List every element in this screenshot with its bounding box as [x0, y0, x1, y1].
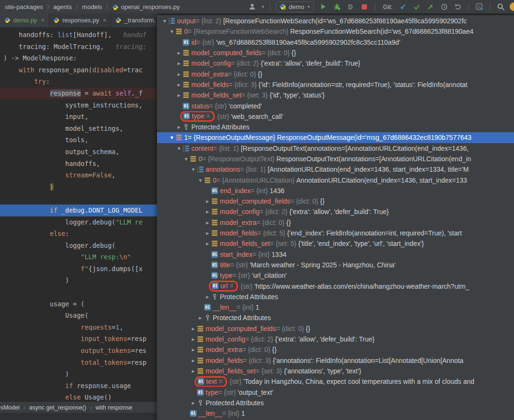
- close-icon[interactable]: ×: [41, 17, 44, 24]
- chevron-collapsed-icon[interactable]: ▸: [197, 314, 204, 321]
- code-token: output_tokens: [81, 347, 131, 354]
- chevron-expanded-icon[interactable]: ▾: [175, 145, 183, 152]
- chevron-expanded-icon[interactable]: ▾: [168, 134, 176, 141]
- breadcrumb-item[interactable]: openai_responses.py: [121, 3, 180, 10]
- git-commit-icon[interactable]: [412, 2, 421, 11]
- chevron-collapsed-icon[interactable]: ▸: [204, 240, 211, 247]
- primitive-icon: 01: [211, 262, 220, 268]
- chevron-collapsed-icon[interactable]: ▸: [175, 71, 183, 78]
- git-update-icon[interactable]: [398, 2, 407, 11]
- chevron-expanded-icon[interactable]: ▾: [182, 156, 190, 162]
- chevron-collapsed-icon[interactable]: ▸: [204, 208, 211, 215]
- debug-tree-row[interactable]: 01__len__ = {int} 1: [157, 408, 514, 419]
- debug-tree-row[interactable]: 01url = {str} 'https://www.weather-atlas…: [157, 281, 514, 291]
- debug-tree-row[interactable]: ▸Protected Attributes: [157, 292, 514, 302]
- debug-tree-row[interactable]: 01id = {str} 'ws_67d6886253f88190ae45f8c…: [157, 37, 514, 48]
- rollback-icon[interactable]: [453, 2, 463, 11]
- debug-tree-row[interactable]: ▸Protected Attributes: [157, 398, 514, 408]
- chevron-collapsed-icon[interactable]: ▸: [175, 124, 183, 130]
- debug-tree-row[interactable]: 01text = {str} 'Today in Hangzhou, China…: [157, 376, 514, 387]
- chevron-expanded-icon[interactable]: ▾: [161, 18, 168, 24]
- git-label: Git:: [383, 3, 393, 10]
- debug-tree-row[interactable]: ▸model_extra = {dict: 0} {}: [157, 217, 514, 228]
- debug-tree-row[interactable]: ▸model_fields = {dict: 5} {'end_index': …: [157, 228, 514, 238]
- variable-name: model_fields: [206, 357, 243, 364]
- code-line: total_tokens=resp: [0, 357, 157, 369]
- debug-tree-row[interactable]: ▸model_fields_set = {set: 3} {'annotatio…: [157, 366, 514, 376]
- search-icon[interactable]: [496, 2, 505, 11]
- chevron-collapsed-icon[interactable]: ▸: [189, 346, 197, 353]
- tab-_transform[interactable]: _transform.: [111, 13, 157, 27]
- chevron-expanded-icon[interactable]: ▾: [197, 177, 204, 184]
- chevron-collapsed-icon[interactable]: ▸: [175, 49, 183, 56]
- chevron-collapsed-icon[interactable]: ▸: [189, 357, 197, 364]
- debug-tree-row[interactable]: ▾1 = {ResponseOutputMessage} ResponseOut…: [157, 132, 514, 143]
- primitive-01-badge: 01: [212, 283, 218, 289]
- chevron-collapsed-icon[interactable]: ▸: [175, 60, 183, 67]
- settings-partial-icon[interactable]: [510, 2, 514, 11]
- debug-tree-row[interactable]: ▸model_computed_fields = {dict: 0} {}: [157, 323, 514, 334]
- debug-tree-row[interactable]: ▾0 = {AnnotationURLCitation} AnnotationU…: [157, 175, 514, 185]
- breadcrumb-item[interactable]: models: [82, 3, 102, 10]
- chevron-collapsed-icon[interactable]: ▸: [204, 198, 211, 205]
- debug-tree-row[interactable]: ▾123output = {list: 2} [ResponseFunction…: [157, 16, 514, 26]
- debug-tree-row[interactable]: 01start_index = {int} 1334: [157, 249, 514, 260]
- debug-tree-row[interactable]: ▸model_extra = {dict: 0} {}: [157, 344, 514, 355]
- debug-tree-row[interactable]: ▸model_extra = {dict: 0} {}: [157, 68, 514, 79]
- tab-responsespy[interactable]: responses.py×: [49, 13, 111, 27]
- chevron-expanded-icon[interactable]: ▾: [189, 166, 197, 173]
- tab-demopy[interactable]: demo.py×: [0, 13, 49, 27]
- chevron-collapsed-icon[interactable]: ▸: [189, 325, 197, 332]
- debug-tree-row[interactable]: ▸Protected Attributes: [157, 122, 514, 132]
- stop-button[interactable]: [360, 2, 369, 11]
- breadcrumb-item[interactable]: site-packages: [5, 3, 43, 10]
- debug-tree-row[interactable]: ▾123annotations = {list: 1} [AnnotationU…: [157, 164, 514, 175]
- chevron-collapsed-icon[interactable]: ▸: [175, 81, 183, 88]
- history-icon[interactable]: [439, 2, 449, 11]
- debug-tree-row[interactable]: ▾0 = {ResponseOutputText} ResponseOutput…: [157, 154, 514, 164]
- status-breadcrumb-item[interactable]: with response: [96, 404, 132, 411]
- debug-tree-row[interactable]: 01__len__ = {int} 1: [157, 302, 514, 313]
- debug-tree-row[interactable]: 01type = {str} 'url_citation': [157, 270, 514, 281]
- debug-tree-row[interactable]: 01status = {str} 'completed': [157, 100, 514, 111]
- chevron-expanded-icon[interactable]: ▾: [168, 28, 176, 35]
- chevron-collapsed-icon[interactable]: ▸: [189, 400, 197, 406]
- chevron-collapsed-icon[interactable]: ▸: [189, 368, 197, 374]
- debug-tree-row[interactable]: ▸model_computed_fields = {dict: 0} {}: [157, 48, 514, 58]
- chevron-collapsed-icon[interactable]: ▸: [175, 92, 183, 98]
- chevron-collapsed-icon[interactable]: ▸: [204, 230, 211, 236]
- close-icon[interactable]: ×: [103, 17, 106, 24]
- debug-tree-row[interactable]: ▸model_computed_fields = {dict: 0} {}: [157, 196, 514, 206]
- debug-tree-row[interactable]: ▸model_config = {dict: 2} {'extra': 'all…: [157, 206, 514, 217]
- debug-tree-row[interactable]: 01end_index = {int} 1436: [157, 186, 514, 196]
- code-editor[interactable]: handoffs: list[Handoff], handof tracing:…: [0, 27, 157, 402]
- variable-name: model_fields_set: [206, 367, 256, 375]
- profiler-button[interactable]: [346, 2, 356, 11]
- chevron-collapsed-icon[interactable]: ▸: [204, 293, 211, 300]
- debug-tree-row[interactable]: 01type = {str} 'web_search_call': [157, 111, 514, 122]
- debug-tree-row[interactable]: ▸Protected Attributes: [157, 313, 514, 323]
- debug-tree-row[interactable]: ▾0 = {ResponseFunctionWebSearch} Respons…: [157, 26, 514, 37]
- chevron-collapsed-icon[interactable]: ▸: [189, 336, 197, 342]
- debug-tree-row[interactable]: ▸model_config = {dict: 2} {'extra': 'all…: [157, 334, 514, 344]
- debug-tree-row[interactable]: ▸model_fields = {dict: 3} {'id': FieldIn…: [157, 79, 514, 90]
- chevron-collapsed-icon[interactable]: ▸: [204, 219, 211, 226]
- status-breadcrumb-item[interactable]: esModel: [0, 404, 20, 411]
- object-icon: [176, 28, 184, 35]
- translate-icon[interactable]: A: [474, 2, 484, 11]
- debug-tree-row[interactable]: ▾123content = {list: 1} [ResponseOutputT…: [157, 143, 514, 154]
- debug-button[interactable]: [332, 2, 342, 11]
- user-icon[interactable]: [247, 2, 257, 11]
- git-push-icon[interactable]: [425, 2, 435, 11]
- variable-type: {str}: [228, 378, 244, 385]
- debug-tree-row[interactable]: 01type = {str} 'output_text': [157, 387, 514, 397]
- debug-tree-row[interactable]: ▸model_fields = {dict: 3} {'annotations'…: [157, 355, 514, 366]
- run-config-selector[interactable]: demo ▾: [276, 1, 314, 12]
- breadcrumb-item[interactable]: agents: [53, 3, 72, 10]
- debug-tree-row[interactable]: 01title = {str} 'March weather - Spring …: [157, 260, 514, 270]
- debug-tree-row[interactable]: ▸model_config = {dict: 2} {'extra': 'all…: [157, 58, 514, 68]
- debug-tree-row[interactable]: ▸model_fields_set = {set: 3} {'id', 'typ…: [157, 90, 514, 100]
- status-breadcrumb-item[interactable]: async get_response(): [29, 404, 86, 411]
- debug-tree-row[interactable]: ▸model_fields_set = {set: 5} {'title', '…: [157, 238, 514, 249]
- run-button[interactable]: [318, 2, 328, 11]
